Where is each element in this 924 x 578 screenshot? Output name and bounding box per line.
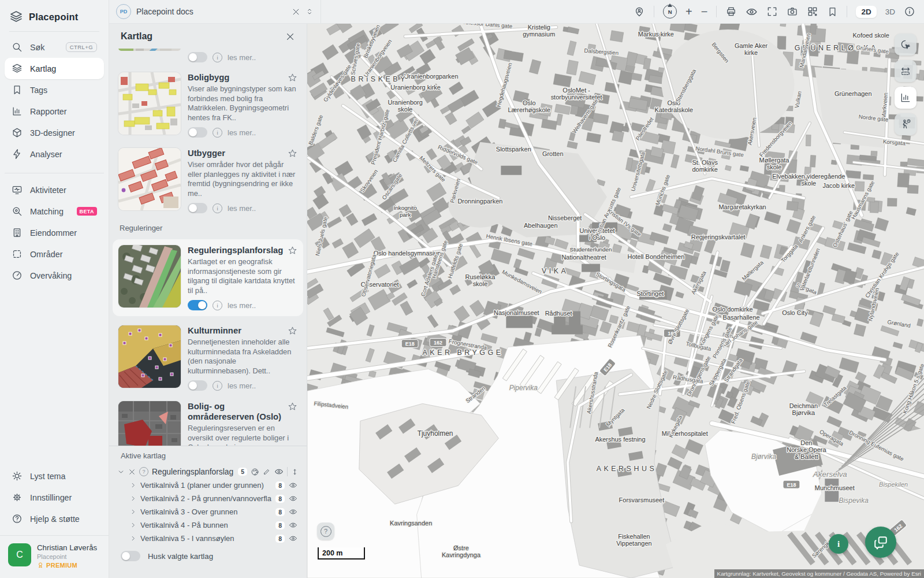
layer-toggle[interactable] [188, 203, 207, 213]
les-mer-link[interactable]: les mer.. [228, 128, 256, 137]
sidebar-item-lyst-tema[interactable]: Lyst tema [5, 465, 104, 487]
chevron-right-icon[interactable] [130, 509, 136, 515]
layer-help-icon[interactable]: ? [139, 467, 148, 476]
les-mer-link[interactable]: les mer.. [228, 381, 256, 390]
screenshot-camera-icon[interactable] [787, 6, 798, 17]
road-shield: E18 [783, 480, 800, 488]
zoom-out-button[interactable]: − [701, 6, 708, 17]
sidebar-item-kartlag[interactable]: Kartlag [5, 58, 104, 79]
zoom-in-button[interactable]: + [685, 6, 692, 17]
sidebar-item-overvaking[interactable]: Overvåking [5, 265, 104, 286]
remember-layers-row[interactable]: Husk valgte kartlag [116, 551, 300, 561]
reorder-icon[interactable] [291, 468, 299, 476]
layer-toggle[interactable] [188, 127, 207, 138]
layer-toggle[interactable] [188, 380, 207, 391]
compass-icon[interactable]: N [663, 5, 677, 18]
layer-card-partial[interactable]: i les mer.. [118, 46, 297, 68]
eye-icon[interactable] [274, 467, 284, 476]
measure-tool-button[interactable] [895, 60, 916, 82]
chevron-right-icon[interactable] [130, 482, 136, 488]
eye-icon[interactable] [289, 521, 297, 529]
user-org: Placepoint [37, 553, 97, 560]
layer-card-boligreserven[interactable]: Bolig- og områdereserven (Oslo) Reguleri… [118, 401, 297, 450]
chevron-down-icon[interactable] [117, 468, 125, 476]
layer-toggle[interactable] [188, 52, 207, 62]
layer-toggle[interactable] [188, 300, 207, 310]
sublayer-row[interactable]: Vertikalnivå 2 - På grunnen/vannoverflat… [116, 492, 300, 505]
bookmark-icon[interactable] [827, 6, 838, 17]
search-bar[interactable]: PD Placepoint docs [109, 0, 321, 23]
layer-info-icon[interactable]: i [213, 128, 222, 138]
unfold-icon[interactable] [305, 8, 314, 16]
user-profile[interactable]: C Christian Løverås Placepoint PREMIUM [0, 535, 109, 578]
mode-2d-button[interactable]: 2D [856, 6, 876, 18]
layer-thumbnail [118, 46, 181, 51]
chat-fab-button[interactable] [865, 527, 896, 558]
clear-search-icon[interactable] [292, 8, 300, 16]
sidebar-item-sok[interactable]: Søk CTRL+G [5, 36, 104, 58]
les-mer-link[interactable]: les mer.. [228, 53, 256, 62]
remember-toggle[interactable] [121, 551, 140, 561]
sidebar-item-3d-designer[interactable]: 3D-designer [5, 122, 104, 143]
info-icon[interactable] [904, 6, 915, 17]
layer-card-reguleringsplanforslag[interactable]: Reguleringsplanforslag Kartlaget er en g… [118, 245, 297, 310]
sublayer-count-badge: 8 [275, 508, 285, 516]
chevron-right-icon[interactable] [130, 535, 136, 542]
travel-time-tool-button[interactable] [895, 113, 916, 135]
qr-layout-icon[interactable] [807, 6, 818, 17]
close-panel-icon[interactable] [285, 32, 295, 42]
visibility-icon[interactable] [746, 6, 758, 18]
layer-info-icon[interactable]: i [213, 203, 222, 213]
map-label: Oslo domkirke [713, 306, 753, 313]
sidebar-item-matching[interactable]: Matching BETA [5, 201, 104, 222]
star-icon[interactable] [288, 73, 297, 85]
chart-tool-button[interactable] [895, 87, 916, 109]
layer-card-utbygger[interactable]: Utbygger Viser områder hvor det pågår el… [118, 148, 297, 213]
remove-layer-icon[interactable] [128, 468, 136, 476]
eye-icon[interactable] [289, 494, 297, 503]
sidebar-item-aktiviteter[interactable]: Aktiviteter [5, 179, 104, 201]
star-icon[interactable] [288, 246, 297, 258]
sublayer-row[interactable]: Vertikalnivå 4 - På bunnen 8 [116, 518, 300, 532]
map-help-button[interactable]: ? [317, 523, 334, 540]
sidebar-item-innstillinger[interactable]: Innstillinger [5, 487, 104, 508]
sidebar-item-tags[interactable]: Tags [5, 79, 104, 101]
star-icon[interactable] [288, 149, 297, 161]
layer-description: Viser alle bygningstyper som kan forbind… [188, 84, 297, 123]
sidebar-item-hjelp[interactable]: Hjelp & støtte [5, 508, 104, 529]
chevron-right-icon[interactable] [130, 495, 136, 502]
sublayer-row[interactable]: Vertikalnivå 1 (planer under grunnen) 8 [116, 479, 300, 492]
sublayer-count-badge: 8 [275, 521, 285, 529]
star-icon[interactable] [288, 402, 297, 414]
layer-info-icon[interactable]: i [213, 381, 222, 391]
sidebar-item-eiendommer[interactable]: Eiendommer [5, 222, 104, 243]
location-share-icon[interactable] [634, 6, 645, 17]
active-layer-row[interactable]: ? Reguleringsplanforslag 5 [116, 465, 300, 479]
eye-icon[interactable] [289, 534, 297, 543]
select-tool-button[interactable] [895, 34, 916, 55]
fullscreen-icon[interactable] [766, 6, 778, 17]
palette-icon[interactable] [251, 468, 259, 476]
user-name: Christian Løverås [37, 543, 97, 552]
chevron-right-icon[interactable] [130, 522, 136, 528]
sidebar-item-omrader[interactable]: Områder [5, 243, 104, 265]
eye-icon[interactable] [289, 481, 297, 490]
edit-pencil-icon[interactable] [263, 468, 271, 476]
mode-3d-button[interactable]: 3D [885, 8, 895, 16]
layer-card-boligbygg[interactable]: Boligbygg Viser alle bygningstyper som k… [118, 72, 297, 138]
info-fab-button[interactable]: i [829, 534, 848, 554]
search-input[interactable]: Placepoint docs [136, 7, 286, 16]
sidebar-item-rapporter[interactable]: Rapporter [5, 101, 104, 122]
sidebar-item-analyser[interactable]: Analyser [5, 143, 104, 165]
eye-icon[interactable] [289, 507, 297, 516]
sublayer-row[interactable]: Vertikalniva 5 - I vannsøylen 8 [116, 532, 300, 545]
layer-info-icon[interactable]: i [213, 53, 222, 62]
les-mer-link[interactable]: les mer.. [228, 204, 256, 213]
sublayer-row[interactable]: Vertikalnivå 3 - Over grunnen 8 [116, 505, 300, 518]
layer-card-kulturminner[interactable]: Kulturminner Dennetjenesten inneholder a… [118, 325, 297, 391]
layer-info-icon[interactable]: i [213, 301, 222, 310]
les-mer-link[interactable]: les mer.. [228, 301, 256, 310]
print-icon[interactable] [725, 6, 737, 17]
map-canvas[interactable]: E18162E18E18162162 KristeliggymnasiumMar… [307, 24, 924, 578]
star-icon[interactable] [288, 326, 297, 338]
